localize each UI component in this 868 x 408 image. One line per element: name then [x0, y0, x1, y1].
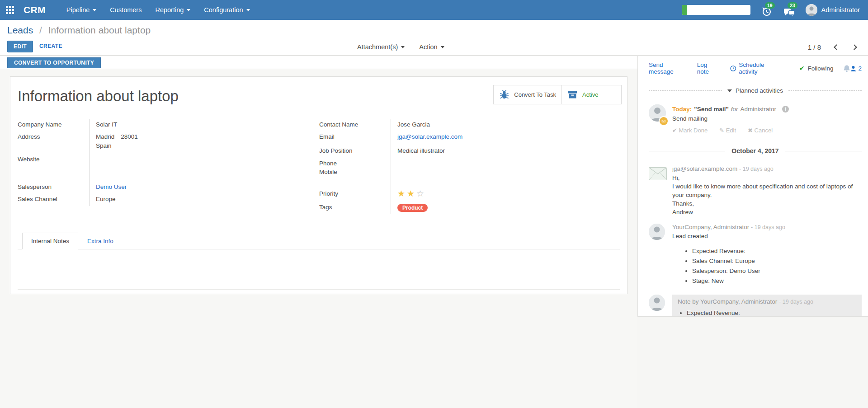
followers-button[interactable]: 2: [850, 65, 862, 72]
activity-note: Send mailing: [672, 115, 862, 122]
field-priority: Priority ★★☆: [319, 188, 615, 202]
chevron-down-icon: [93, 9, 96, 11]
avatar: [649, 224, 667, 286]
field-sales-channel: Sales Channel Europe: [18, 194, 300, 206]
avatar: [649, 295, 667, 317]
edit-activity-button[interactable]: ✎ Edit: [719, 127, 736, 134]
email-link[interactable]: jga@solar.example.com: [397, 133, 462, 140]
convert-to-task-label: Convert To Task: [514, 91, 556, 98]
message-lead-created: YourCompany, Administrator - 19 days ago…: [649, 224, 862, 286]
apps-grid-icon[interactable]: [0, 0, 20, 20]
left-field-group: Company Name Solar IT Address Madrid2800…: [18, 119, 300, 214]
cancel-activity-button[interactable]: ✖ Cancel: [748, 127, 773, 134]
active-label: Active: [582, 91, 598, 98]
active-toggle-button[interactable]: Active: [561, 85, 622, 104]
group-spacer: [18, 166, 300, 182]
menu-configuration[interactable]: Configuration: [204, 6, 250, 14]
activity-actions: ✔ Mark Done ✎ Edit ✖ Cancel: [672, 127, 862, 134]
create-button[interactable]: CREATE: [35, 41, 67, 52]
activity-assignee: Administrator: [741, 106, 777, 113]
company-name-value: Solar IT: [89, 119, 300, 131]
menu-pipeline[interactable]: Pipeline: [66, 6, 97, 14]
salesperson-link[interactable]: Demo User: [96, 183, 127, 190]
form-sheet: Convert To Task Active Information about…: [10, 76, 627, 294]
address-label: Address: [18, 131, 89, 154]
address-value: Madrid28001 Spain: [89, 131, 300, 154]
field-phone: Phone: [319, 159, 615, 168]
sales-channel-value: Europe: [89, 194, 300, 206]
send-message-button[interactable]: Send message: [649, 61, 686, 75]
attachments-dropdown[interactable]: Attachment(s): [357, 43, 405, 51]
user-menu[interactable]: Administrator: [806, 4, 860, 16]
address-zip: 28001: [121, 133, 138, 140]
pager-value: 1 / 8: [808, 43, 821, 51]
grid-icon: [6, 6, 14, 14]
company-name-label: Company Name: [18, 119, 89, 131]
tags-label: Tags: [319, 202, 391, 214]
follower-person-icon: [850, 66, 856, 71]
message-author: Note by YourCompany, Administrator: [678, 298, 777, 305]
activities-systray-button[interactable]: 19: [760, 3, 773, 17]
notification-bell-button[interactable]: [843, 65, 850, 72]
sheet-divider: [18, 289, 620, 290]
mobile-label: Mobile: [319, 168, 391, 176]
message-email: jga@solar.example.com - 19 days ago Hi, …: [649, 165, 862, 216]
info-icon[interactable]: i: [782, 106, 789, 113]
edit-button[interactable]: EDIT: [7, 41, 33, 52]
archive-box-icon: [567, 89, 578, 100]
pager-previous-icon[interactable]: [834, 44, 840, 50]
following-toggle[interactable]: ✔ Following: [799, 65, 834, 72]
message-timestamp: - 19 days ago: [779, 299, 813, 305]
record-pager: 1 / 8: [808, 43, 856, 51]
convert-to-opportunity-button[interactable]: CONVERT TO OPPORTUNITY: [7, 57, 101, 68]
action-dropdown[interactable]: Action: [419, 43, 444, 51]
group-spacer: [319, 176, 615, 188]
messages-systray-button[interactable]: 23: [783, 3, 796, 17]
log-note-button[interactable]: Log note: [697, 61, 719, 75]
mobile-value: [391, 168, 615, 176]
message-author: YourCompany, Administrator: [672, 224, 749, 230]
crm-lead-form-page: CRM Pipeline Customers Reporting Configu…: [0, 0, 868, 408]
user-name: Administrator: [821, 6, 860, 14]
field-contact-name: Contact Name Jose Garcia: [319, 119, 615, 131]
tab-extra-info[interactable]: Extra Info: [78, 233, 123, 249]
field-address: Address Madrid28001 Spain: [18, 131, 300, 154]
message-body: YourCompany, Administrator - 19 days ago…: [672, 224, 862, 286]
form-view-area: CONVERT TO OPPORTUNITY: [0, 56, 637, 408]
job-position-label: Job Position: [319, 145, 391, 159]
chevron-down-icon: [441, 46, 444, 48]
activity-count-badge: 19: [765, 2, 775, 9]
address-city: Madrid: [96, 133, 114, 140]
mark-done-button[interactable]: ✔ Mark Done: [672, 127, 708, 134]
planned-activities-toggle[interactable]: Planned activities: [722, 87, 788, 94]
internal-notes-content[interactable]: [18, 249, 620, 289]
bug-icon: [499, 89, 509, 100]
breadcrumb-leads-link[interactable]: Leads: [7, 25, 33, 35]
convert-to-task-button[interactable]: Convert To Task: [493, 85, 562, 104]
chevron-down-icon: [246, 9, 250, 11]
navbar-systray: 19 23 Administrator: [682, 3, 868, 17]
job-position-value: Medical illustrator: [391, 145, 615, 159]
check-icon: ✔: [799, 65, 805, 72]
field-website: Website: [18, 154, 300, 166]
menu-reporting[interactable]: Reporting: [155, 6, 190, 14]
timer-widget[interactable]: [682, 5, 750, 15]
message-bullet-list: Expected Revenue: Sales Channel: Europe …: [692, 247, 862, 285]
field-groups: Company Name Solar IT Address Madrid2800…: [18, 119, 620, 214]
schedule-activity-button[interactable]: Schedule activity: [730, 61, 780, 75]
right-field-group: Contact Name Jose Garcia Email jga@solar…: [319, 119, 615, 214]
message-note: Note by YourCompany, Administrator - 19 …: [649, 295, 862, 317]
follower-count: 2: [858, 65, 862, 72]
email-label: Email: [319, 131, 391, 145]
phone-label: Phone: [319, 159, 391, 168]
chatter-panel: Send message Log note Schedule activity …: [637, 56, 868, 317]
tab-internal-notes[interactable]: Internal Notes: [22, 233, 78, 249]
planned-activities-separator: Planned activities: [649, 87, 862, 94]
activity-body: Today: "Send mail" for Administrator i S…: [672, 104, 862, 134]
priority-stars[interactable]: ★★☆: [397, 191, 426, 198]
menu-customers[interactable]: Customers: [110, 6, 142, 14]
note-message-box: Note by YourCompany, Administrator - 19 …: [672, 295, 862, 317]
control-panel: Leads / Information about laptop EDIT CR…: [0, 20, 868, 56]
field-job-position: Job Position Medical illustrator: [319, 145, 615, 159]
pager-next-icon[interactable]: [851, 44, 857, 50]
